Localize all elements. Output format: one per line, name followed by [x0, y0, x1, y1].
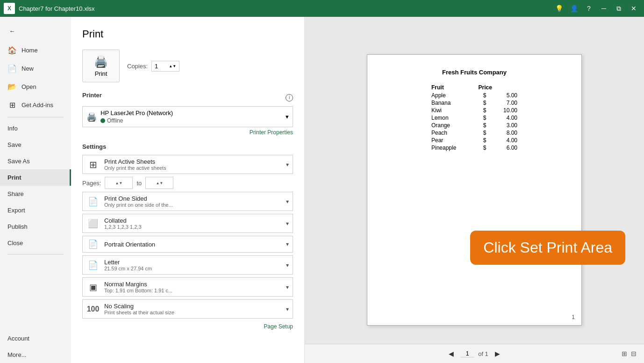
sidebar-item-open[interactable]: 📂 Open [0, 78, 71, 96]
sidebar-item-label: Get Add-ins [21, 102, 53, 109]
one-sided-text: Print One Sided Only print on one side o… [104, 195, 281, 208]
cell-price: 4.00 [490, 114, 521, 122]
cell-price: 8.00 [490, 129, 521, 137]
print-scope-arrow-icon: ▾ [286, 161, 289, 168]
paper-arrow-icon: ▾ [286, 262, 289, 269]
cell-price: 6.00 [490, 144, 521, 152]
printer-header: Printer i [82, 92, 293, 103]
lightbulb-icon[interactable]: 💡 [552, 2, 565, 15]
print-scope-setting[interactable]: ⊞ Print Active Sheets Only print the act… [82, 155, 293, 174]
pages-to-spinner[interactable]: ▲▼ [156, 181, 163, 185]
app-body: ← 🏠 Home 📄 New 📂 Open ⊞ Get Add-ins Info [0, 17, 644, 363]
printer-status: Offline [100, 117, 282, 124]
back-button[interactable]: ← [4, 22, 21, 39]
cell-price: 5.00 [490, 92, 521, 99]
close-button[interactable]: ✕ [627, 2, 640, 15]
margins-text: Normal Margins Top: 1.91 cm Bottom: 1.91… [104, 281, 281, 293]
cell-price: 7.00 [490, 99, 521, 107]
sidebar-item-label: New [21, 65, 34, 72]
open-icon: 📂 [7, 82, 17, 91]
printer-select[interactable]: 🖨️ HP LaserJet Pro (Network) Offline ▾ [82, 106, 293, 127]
sidebar-item-label: Info [7, 125, 18, 132]
sidebar-divider-2 [7, 254, 64, 254]
add-ins-icon: ⊞ [7, 101, 17, 109]
scaling-main: No Scaling [104, 303, 281, 310]
printer-status-text: Offline [107, 117, 123, 124]
table-row: Peach$8.00 [428, 129, 521, 137]
new-icon: 📄 [7, 64, 17, 73]
margins-arrow-icon: ▾ [286, 284, 289, 290]
window-controls: 💡 👤 ? ─ ⧉ ✕ [552, 2, 640, 15]
orientation-arrow-icon: ▾ [286, 241, 289, 247]
orientation-setting[interactable]: 📄 Portrait Orientation ▾ [82, 236, 293, 253]
sidebar-item-info[interactable]: Info [0, 120, 71, 137]
cell-fruit: Pineapple [428, 144, 474, 152]
print-title: Print [82, 28, 293, 40]
print-button-label: Print [95, 70, 107, 77]
print-btn-row: 🖨️ Print Copies: 1 ▲▼ [82, 50, 293, 82]
sidebar-item-get-add-ins[interactable]: ⊞ Get Add-ins [0, 96, 71, 114]
sidebar-item-save[interactable]: Save [0, 137, 71, 153]
sidebar-item-label: More... [7, 351, 26, 358]
sidebar-item-print[interactable]: Print [0, 169, 71, 186]
pages-row: Pages: ▲▼ to ▲▼ [82, 177, 293, 189]
cell-fruit: Orange [428, 122, 474, 129]
sidebar-item-save-as[interactable]: Save As [0, 153, 71, 169]
sidebar-item-label: Publish [7, 223, 28, 230]
preview-nav: ◀ of 1 ▶ ⊞ ⊟ [305, 344, 644, 363]
sidebar-item-home[interactable]: 🏠 Home [0, 41, 71, 59]
cell-fruit: Lemon [428, 114, 474, 122]
paper-text: Letter 21.59 cm x 27.94 cm [104, 259, 281, 271]
cell-fruit: Banana [428, 99, 474, 107]
collated-setting[interactable]: ⬜ Collated 1,2,3 1,2,3 1,2,3 ▾ [82, 214, 293, 233]
sidebar-item-label: Account [7, 335, 29, 342]
layout-icon[interactable]: ⊟ [631, 350, 637, 357]
printer-properties-link[interactable]: Printer Properties [82, 129, 293, 136]
grid-icon[interactable]: ⊞ [622, 350, 627, 357]
paper-icon: 📄 [86, 260, 100, 270]
minimize-button[interactable]: ─ [597, 2, 610, 15]
page-setup-link[interactable]: Page Setup [82, 323, 293, 330]
pages-from-input[interactable]: ▲▼ [105, 177, 133, 189]
col-price: Price [474, 83, 521, 92]
copies-spinner[interactable]: ▲▼ [169, 64, 176, 68]
help-icon[interactable]: ? [582, 2, 595, 15]
copies-label: Copies: [127, 63, 148, 70]
printer-name: HP LaserJet Pro (Network) [100, 109, 282, 116]
preview-table: Fruit Price Apple$5.00Banana$7.00Kiwi$10… [428, 83, 521, 152]
copies-input[interactable]: 1 ▲▼ [151, 61, 179, 72]
margins-setting[interactable]: ▣ Normal Margins Top: 1.91 cm Bottom: 1.… [82, 277, 293, 297]
one-sided-arrow-icon: ▾ [286, 198, 289, 205]
paper-setting[interactable]: 📄 Letter 21.59 cm x 27.94 cm ▾ [82, 255, 293, 275]
cell-dollar: $ [474, 122, 490, 129]
table-row: Pear$4.00 [428, 137, 521, 144]
sidebar-item-export[interactable]: Export [0, 202, 71, 218]
restore-button[interactable]: ⧉ [612, 2, 625, 15]
company-name: Fresh Fruits Company [386, 69, 563, 76]
sidebar-item-publish[interactable]: Publish [0, 218, 71, 235]
cell-dollar: $ [474, 99, 490, 107]
sidebar-item-more[interactable]: More... [0, 347, 71, 363]
status-dot [100, 118, 105, 123]
people-icon[interactable]: 👤 [567, 2, 580, 15]
sidebar-item-new[interactable]: 📄 New [0, 59, 71, 78]
sidebar-item-label: Print [7, 174, 21, 181]
page-input[interactable] [460, 350, 474, 357]
collated-sub: 1,2,3 1,2,3 1,2,3 [104, 224, 281, 230]
scaling-sub: Print sheets at their actual size [104, 310, 281, 315]
sidebar-item-account[interactable]: Account [0, 330, 71, 347]
scaling-setting[interactable]: 100 No Scaling Print sheets at their act… [82, 299, 293, 319]
title-bar: X Chapter7 for Chapter10.xlsx 💡 👤 ? ─ ⧉ … [0, 0, 644, 17]
sidebar-item-share[interactable]: Share [0, 186, 71, 202]
home-icon: 🏠 [7, 46, 17, 55]
sidebar-item-close[interactable]: Close [0, 235, 71, 251]
cell-price: 10.00 [490, 107, 521, 114]
one-sided-setting[interactable]: 📄 Print One Sided Only print on one side… [82, 192, 293, 211]
next-page-button[interactable]: ▶ [492, 349, 503, 358]
info-icon[interactable]: i [286, 94, 293, 102]
print-button[interactable]: 🖨️ Print [82, 50, 120, 82]
pages-to-input[interactable]: ▲▼ [145, 177, 173, 189]
scaling-icon: 100 [86, 305, 100, 313]
pages-spinner[interactable]: ▲▼ [115, 181, 123, 185]
prev-page-button[interactable]: ◀ [446, 349, 457, 358]
